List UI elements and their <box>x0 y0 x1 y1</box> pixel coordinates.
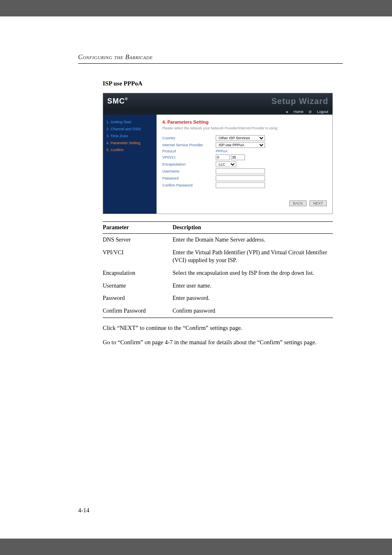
nav-step-4[interactable]: 4. Parameter Setting <box>106 140 153 147</box>
brand-block: SMC® <box>107 97 128 106</box>
header-rule <box>78 63 343 64</box>
logout-link[interactable]: ⊘ Logout <box>309 110 328 114</box>
body-paragraph-1: Click “NEXT” to continue to the “Confirm… <box>103 324 333 332</box>
wizard-title: Setup Wizard <box>272 97 329 106</box>
document-page: Configuring the Barricade ISP use PPPoA … <box>0 16 392 539</box>
nav-step-5[interactable]: 5. Confirm <box>106 147 153 154</box>
wizard-nav: 1. Getting Start 2. Channel and SSID 3. … <box>103 115 157 214</box>
th-parameter: Parameter <box>103 222 173 234</box>
table-row: Username Enter user name. <box>103 280 333 292</box>
router-screenshot: SMC® Setup Wizard ▸ Home ⊘ Logout 1. Get… <box>103 93 333 214</box>
label-country: Country <box>162 136 216 140</box>
section-title: ISP use PPPoA <box>103 80 343 87</box>
panel-subtext: Please select the network your Network P… <box>162 126 327 130</box>
table-row: Password Enter password. <box>103 292 333 305</box>
vci-input[interactable] <box>231 154 245 160</box>
label-vpivci: VPI/VCI <box>162 155 216 159</box>
nav-step-1[interactable]: 1. Getting Start <box>106 119 153 126</box>
label-protocol: Protocol <box>162 149 216 153</box>
label-isp: Internet Service Provider <box>162 143 216 147</box>
table-row: Confirm Password Confirm password <box>103 305 333 318</box>
page-number: 4-14 <box>78 507 90 514</box>
next-button[interactable]: NEXT <box>309 200 327 206</box>
wizard-panel: 4. Parameters Setting Please select the … <box>157 115 332 214</box>
label-encap: Encapsulation <box>162 162 216 166</box>
table-row: DNS Server Enter the Domain Name Server … <box>103 234 333 246</box>
home-link[interactable]: ▸ Home <box>286 110 304 114</box>
ss-subheader: ▸ Home ⊘ Logout <box>103 109 332 115</box>
country-select[interactable]: Other ISP Services <box>216 135 265 141</box>
protocol-value: PPPoA <box>216 149 228 153</box>
parameter-table: Parameter Description DNS Server Enter t… <box>103 221 333 318</box>
ss-header: SMC® Setup Wizard <box>103 93 332 109</box>
confirm-password-input[interactable] <box>216 182 265 188</box>
label-username: Username <box>162 169 216 173</box>
running-head: Configuring the Barricade <box>78 53 343 61</box>
table-row: VPI/VCI Enter the Virtual Path Identifie… <box>103 246 333 267</box>
brand-logo: SMC® <box>107 97 128 105</box>
label-password: Password <box>162 176 216 180</box>
label-confirm-password: Confirm Password <box>162 183 216 187</box>
password-input[interactable] <box>216 175 265 181</box>
isp-select[interactable]: ISP use PPPoA <box>216 142 265 148</box>
th-description: Description <box>173 222 333 234</box>
nav-step-2[interactable]: 2. Channel and SSID <box>106 126 153 133</box>
encap-select[interactable]: LLC <box>216 161 236 167</box>
panel-heading: 4. Parameters Setting <box>162 120 327 124</box>
table-row: Encapsulation Select the encapsulation u… <box>103 267 333 280</box>
vpi-input[interactable] <box>216 154 230 160</box>
back-button[interactable]: BACK <box>289 200 307 206</box>
body-paragraph-2: Go to “Confirm” on page 4-7 in the manua… <box>103 338 333 347</box>
nav-step-3[interactable]: 3. Time Zone <box>106 133 153 140</box>
username-input[interactable] <box>216 168 265 174</box>
